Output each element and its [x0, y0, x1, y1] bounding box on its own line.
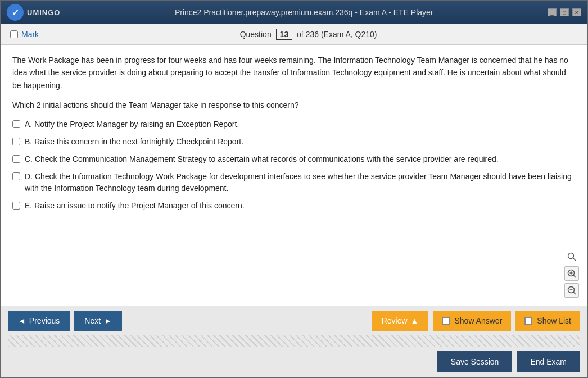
- main-content: The Work Package has been in progress fo…: [1, 45, 587, 306]
- title-bar: ✓ UMINGO Prince2 Practitioner.prepaway.p…: [1, 1, 587, 24]
- previous-button[interactable]: ◄ Previous: [8, 311, 70, 331]
- show-answer-button[interactable]: Show Answer: [433, 311, 511, 331]
- chevron-right-icon: ►: [104, 316, 112, 325]
- option-e-text: E. Raise an issue to notify the Project …: [25, 200, 245, 212]
- logo-icon: ✓: [7, 4, 24, 21]
- zoom-controls: [564, 249, 579, 298]
- question-prompt: Which 2 initial actions should the Team …: [12, 101, 576, 110]
- window-controls: _ □ ✕: [548, 8, 581, 16]
- logo-text: UMINGO: [27, 8, 60, 17]
- svg-line-3: [573, 275, 576, 277]
- question-body: The Work Package has been in progress fo…: [12, 54, 576, 92]
- mark-control[interactable]: Mark: [10, 30, 39, 39]
- option-c-text: C. Check the Communication Management St…: [25, 153, 499, 165]
- question-info: Question 13 of 236 (Exam A, Q210): [39, 29, 578, 40]
- show-list-checkbox-icon: [524, 317, 532, 325]
- question-number: 13: [276, 29, 293, 40]
- logo: ✓ UMINGO: [7, 4, 60, 21]
- restore-button[interactable]: □: [560, 8, 569, 16]
- next-button[interactable]: Next ►: [74, 311, 122, 331]
- question-label: Question: [240, 30, 272, 39]
- option-a-text: A. Notify the Project Manager by raising…: [25, 119, 239, 130]
- option-b-text: B. Raise this concern in the next fortni…: [25, 136, 243, 148]
- checkbox-b[interactable]: [12, 138, 20, 145]
- bottom-bar: ◄ Previous Next ► Review ▲ Show Answer S…: [1, 306, 587, 377]
- search-button[interactable]: [564, 249, 579, 264]
- question-of-text: of 236 (Exam A, Q210): [297, 30, 377, 39]
- option-e: E. Raise an issue to notify the Project …: [12, 200, 576, 212]
- mark-checkbox[interactable]: [10, 30, 18, 38]
- option-b: B. Raise this concern in the next fortni…: [12, 136, 576, 148]
- svg-point-0: [568, 253, 574, 259]
- checkbox-c[interactable]: [12, 155, 20, 163]
- nav-row: ◄ Previous Next ► Review ▲ Show Answer S…: [8, 311, 580, 331]
- checkbox-e[interactable]: [12, 202, 20, 210]
- minimize-button[interactable]: _: [548, 8, 557, 16]
- review-button[interactable]: Review ▲: [372, 311, 429, 331]
- close-button[interactable]: ✕: [572, 8, 581, 16]
- chevron-up-icon: ▲: [411, 316, 419, 325]
- svg-line-1: [573, 258, 576, 261]
- checkbox-d[interactable]: [12, 172, 20, 180]
- window-title: Prince2 Practitioner.prepaway.premium.ex…: [60, 8, 548, 17]
- end-exam-button[interactable]: End Exam: [517, 351, 580, 372]
- checkbox-a[interactable]: [12, 120, 20, 128]
- option-d: D. Check the Information Technology Work…: [12, 171, 576, 194]
- zoom-out-button[interactable]: [564, 283, 579, 298]
- option-a: A. Notify the Project Manager by raising…: [12, 119, 576, 130]
- show-list-button[interactable]: Show List: [515, 311, 580, 331]
- question-header: Mark Question 13 of 236 (Exam A, Q210): [1, 24, 587, 45]
- mark-label[interactable]: Mark: [21, 30, 39, 39]
- action-row: Save Session End Exam: [8, 351, 580, 372]
- chevron-left-icon: ◄: [18, 316, 26, 325]
- option-d-text: D. Check the Information Technology Work…: [25, 171, 576, 194]
- show-answer-checkbox-icon: [442, 317, 450, 325]
- save-session-button[interactable]: Save Session: [437, 351, 513, 372]
- option-c: C. Check the Communication Management St…: [12, 153, 576, 165]
- zoom-in-button[interactable]: [564, 266, 579, 281]
- app-window: ✓ UMINGO Prince2 Practitioner.prepaway.p…: [0, 0, 588, 378]
- svg-line-7: [573, 292, 576, 294]
- hatch-divider: [8, 335, 580, 347]
